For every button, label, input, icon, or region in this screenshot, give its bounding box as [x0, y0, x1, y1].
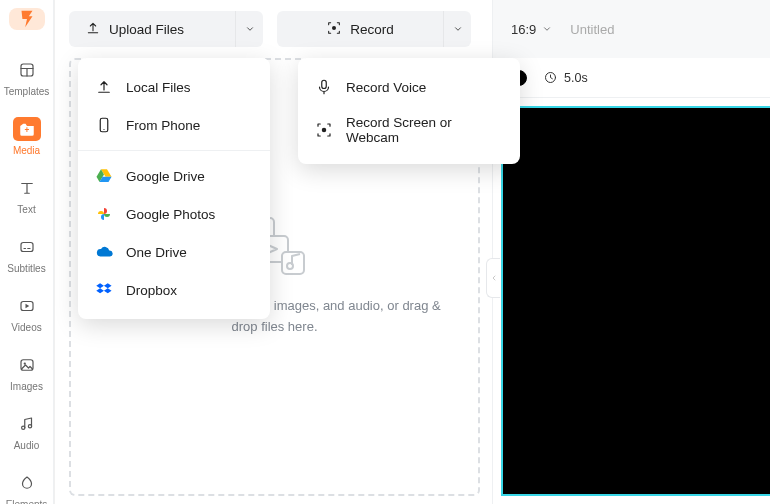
record-option-screen[interactable]: Record Screen or Webcam: [298, 106, 520, 154]
sidebar-item-label: Videos: [11, 322, 41, 333]
media-icon: +: [13, 117, 41, 141]
upload-dropdown: Local Files From Phone Google Drive Goog…: [78, 58, 270, 319]
sidebar-item-elements[interactable]: Elements: [4, 463, 50, 504]
upload-option-gdrive[interactable]: Google Drive: [78, 157, 270, 195]
sidebar-item-subtitles[interactable]: Subtitles: [4, 227, 50, 284]
svg-rect-17: [322, 80, 327, 88]
upload-icon: [94, 77, 114, 97]
record-button[interactable]: Record: [277, 11, 471, 47]
svg-rect-4: [21, 360, 33, 371]
svg-point-5: [23, 362, 25, 364]
audio-icon: [13, 412, 41, 436]
upload-option-gphotos[interactable]: Google Photos: [78, 195, 270, 233]
project-title[interactable]: Untitled: [570, 22, 614, 37]
canvas-wrap: [493, 98, 770, 504]
sidebar-item-label: Images: [10, 381, 43, 392]
dropbox-icon: [94, 280, 114, 300]
media-toolbar: Upload Files Record: [55, 0, 492, 58]
sidebar-item-label: Subtitles: [7, 263, 45, 274]
record-icon: [326, 20, 342, 39]
screen-record-icon: [314, 120, 334, 140]
upload-option-local[interactable]: Local Files: [78, 68, 270, 106]
subtitles-icon: [13, 235, 41, 259]
chevron-left-icon: [490, 273, 498, 283]
upload-option-dropbox[interactable]: Dropbox: [78, 271, 270, 309]
upload-option-phone[interactable]: From Phone: [78, 106, 270, 144]
svg-point-16: [103, 129, 104, 130]
duration-control[interactable]: 5.0s: [543, 70, 588, 85]
upload-caret[interactable]: [235, 11, 263, 47]
upload-files-button[interactable]: Upload Files: [69, 11, 263, 47]
upload-label: Upload Files: [109, 22, 184, 37]
preview-canvas[interactable]: [501, 106, 770, 496]
svg-text:+: +: [24, 126, 29, 135]
templates-icon: [13, 58, 41, 82]
preview-controls: 5.0s: [493, 58, 770, 98]
record-label: Record: [350, 22, 394, 37]
sidebar-item-label: Elements: [6, 499, 48, 504]
record-dropdown: Record Voice Record Screen or Webcam: [298, 58, 520, 164]
chevron-down-icon: [542, 24, 552, 34]
sidebar-item-templates[interactable]: Templates: [4, 50, 50, 107]
preview-panel: 16:9 Untitled 5.0s: [492, 0, 770, 504]
microphone-icon: [314, 77, 334, 97]
google-drive-icon: [94, 166, 114, 186]
elements-icon: [13, 471, 41, 495]
app-logo: [9, 8, 45, 30]
svg-rect-2: [21, 243, 33, 252]
onedrive-icon: [94, 242, 114, 262]
preview-header: 16:9 Untitled: [493, 0, 770, 58]
svg-point-8: [332, 26, 336, 30]
sidebar-item-images[interactable]: Images: [4, 345, 50, 402]
record-option-voice[interactable]: Record Voice: [298, 68, 520, 106]
svg-point-6: [21, 426, 24, 429]
svg-point-7: [28, 425, 31, 428]
record-caret[interactable]: [443, 11, 471, 47]
clock-icon: [543, 70, 558, 85]
sidebar-item-label: Media: [13, 145, 40, 156]
sidebar-item-videos[interactable]: Videos: [4, 286, 50, 343]
google-photos-icon: [94, 204, 114, 224]
upload-option-onedrive[interactable]: One Drive: [78, 233, 270, 271]
phone-icon: [94, 115, 114, 135]
videos-icon: [13, 294, 41, 318]
text-icon: [13, 176, 41, 200]
upload-icon: [85, 20, 101, 39]
collapse-preview-handle[interactable]: [486, 258, 500, 298]
sidebar-item-audio[interactable]: Audio: [4, 404, 50, 461]
sidebar-item-label: Templates: [4, 86, 50, 97]
sidebar-item-text[interactable]: Text: [4, 168, 50, 225]
sidebar-item-media[interactable]: + Media: [4, 109, 50, 166]
sidebar-item-label: Audio: [14, 440, 40, 451]
sidebar: Templates + Media Text Subtitles Videos: [0, 0, 54, 504]
dropdown-divider: [78, 150, 270, 151]
svg-point-18: [322, 128, 327, 133]
sidebar-item-label: Text: [17, 204, 35, 215]
images-icon: [13, 353, 41, 377]
aspect-ratio-selector[interactable]: 16:9: [511, 22, 552, 37]
